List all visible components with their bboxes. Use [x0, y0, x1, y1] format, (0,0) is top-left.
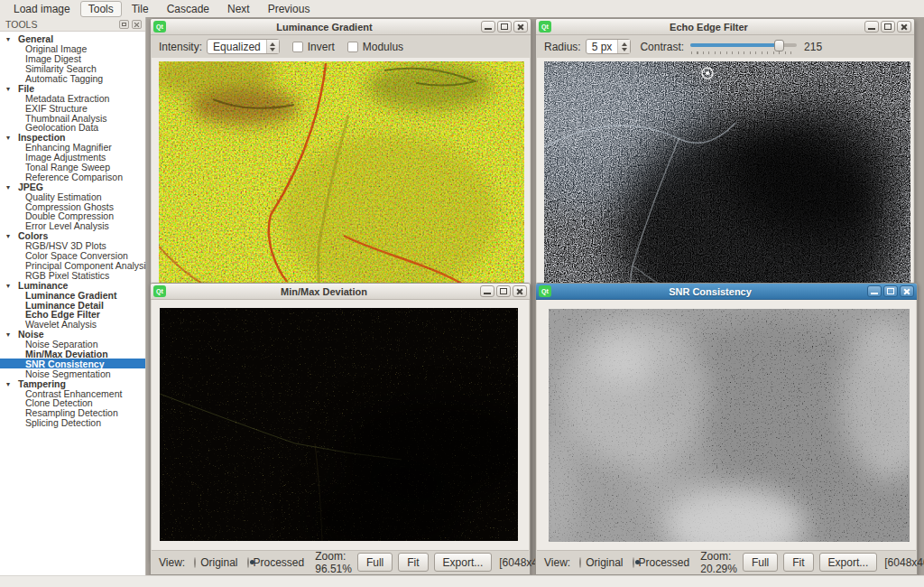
spinner-arrows-icon[interactable]: [266, 40, 279, 53]
intensity-combobox[interactable]: Equalized: [207, 39, 280, 54]
luminance-gradient-titlebar[interactable]: Qt Luminance Gradient: [151, 19, 531, 35]
menu-item[interactable]: Tools: [80, 1, 122, 17]
maximize-button[interactable]: [496, 285, 511, 297]
window-title: SNR Consistency: [555, 286, 865, 297]
view-processed-label[interactable]: Processed: [639, 556, 690, 569]
view-processed-radio[interactable]: [633, 557, 634, 568]
sidebar-tree-row[interactable]: Color Space Conversion: [0, 251, 145, 261]
sidebar-tree-row[interactable]: Metadata Extraction: [0, 93, 145, 103]
menu-item[interactable]: Load image: [5, 1, 79, 17]
invert-checkbox[interactable]: [292, 42, 303, 52]
close-button[interactable]: [900, 285, 914, 297]
spinner-arrows-icon[interactable]: [617, 40, 630, 53]
sidebar-tree-row[interactable]: Quality Estimation: [0, 191, 145, 201]
menu-item[interactable]: Cascade: [159, 1, 217, 17]
minimize-button[interactable]: [480, 285, 494, 297]
sidebar-tree-row[interactable]: Resampling Detection: [0, 408, 145, 418]
minimize-button[interactable]: [864, 21, 879, 33]
view-original-label[interactable]: Original: [586, 556, 623, 569]
sidebar-tree-row[interactable]: Luminance Detail: [0, 300, 145, 310]
zoom-fit-button[interactable]: Fit: [398, 553, 428, 572]
sidebar-tree-row[interactable]: Enhancing Magnifier: [0, 143, 145, 153]
sidebar-tree-row[interactable]: Colors: [0, 231, 145, 241]
sidebar-tree-row[interactable]: Tampering: [0, 378, 145, 388]
snr-consistency-titlebar[interactable]: Qt SNR Consistency: [536, 284, 917, 300]
export-button[interactable]: Export...: [819, 553, 878, 572]
minimize-button[interactable]: [867, 285, 882, 297]
sidebar-tree-row[interactable]: JPEG: [0, 182, 145, 191]
sidebar-tree-row[interactable]: RGB/HSV 3D Plots: [0, 241, 145, 251]
caret-icon: [6, 132, 18, 143]
echo-edge-filter-toolbar: Radius: 5 px Contrast: 215: [537, 35, 913, 58]
snr-consistency-image[interactable]: [549, 309, 910, 542]
sidebar-tree-row[interactable]: Noise Segmentation: [0, 368, 145, 378]
sidebar-tree-row[interactable]: Thumbnail Analysis: [0, 113, 145, 123]
caret-icon: [6, 182, 18, 192]
minmax-deviation-image[interactable]: [160, 308, 518, 541]
sidebar-tree-row[interactable]: RGB Pixel Statistics: [0, 270, 145, 280]
panel-float-icon[interactable]: [119, 20, 129, 29]
tools-panel-header: TOOLS: [0, 17, 145, 32]
sidebar-tree-row[interactable]: Echo Edge Filter: [0, 310, 145, 320]
panel-close-icon[interactable]: [132, 20, 142, 29]
maximize-button[interactable]: [881, 21, 895, 33]
sidebar-tree-row[interactable]: Double Compression: [0, 211, 145, 221]
sidebar-tree-row[interactable]: Compression Ghosts: [0, 201, 145, 211]
close-button[interactable]: [513, 285, 527, 297]
contrast-slider-fill: [690, 43, 780, 47]
view-original-radio[interactable]: [194, 557, 196, 568]
sidebar-tree-row[interactable]: General: [0, 34, 145, 44]
radius-spinbox[interactable]: 5 px: [586, 39, 632, 54]
sidebar-tree-row[interactable]: Contrast Enhancement: [0, 388, 145, 398]
sidebar-tree-row[interactable]: Principal Component Analysis: [0, 260, 145, 270]
zoom-fit-button[interactable]: Fit: [783, 553, 813, 572]
close-button[interactable]: [897, 21, 911, 33]
minmax-deviation-viewport: [152, 300, 529, 550]
sidebar-tree-row[interactable]: File: [0, 83, 145, 93]
echo-edge-filter-titlebar[interactable]: Qt Echo Edge Filter: [536, 19, 914, 35]
sidebar-tree-row[interactable]: Wavelet Analysis: [0, 320, 145, 330]
view-original-label[interactable]: Original: [200, 556, 237, 569]
sidebar-tree-row[interactable]: Noise: [0, 330, 145, 340]
sidebar-tree-row[interactable]: Noise Separation: [0, 340, 145, 349]
sidebar-tree-row[interactable]: Inspection: [0, 133, 145, 143]
sidebar-tree-row[interactable]: Luminance: [0, 280, 145, 290]
sidebar-tree-row[interactable]: Image Digest: [0, 54, 145, 64]
close-button[interactable]: [513, 21, 528, 33]
contrast-slider-handle[interactable]: [774, 40, 784, 51]
sidebar-tree-row[interactable]: Clone Detection: [0, 398, 145, 408]
minimize-button[interactable]: [481, 21, 495, 33]
sidebar-tree-row[interactable]: Image Adjustments: [0, 153, 145, 163]
modulus-checkbox[interactable]: [347, 42, 358, 52]
sidebar-tree-row[interactable]: Luminance Gradient: [0, 290, 145, 300]
menu-item[interactable]: Previous: [260, 1, 319, 17]
sidebar-tree-row[interactable]: Min/Max Deviation: [0, 349, 145, 359]
luminance-gradient-toolbar: Intensity: Equalized Invert Modulus: [152, 35, 530, 58]
zoom-full-button[interactable]: Full: [357, 553, 393, 572]
sidebar-tree-row[interactable]: Original Image: [0, 44, 145, 54]
sidebar-tree-row[interactable]: Tonal Range Sweep: [0, 163, 145, 172]
view-processed-label[interactable]: Processed: [254, 556, 305, 569]
sidebar-tree-row[interactable]: Geolocation Data: [0, 123, 145, 133]
caret-icon: [6, 378, 18, 389]
sidebar-tree-row[interactable]: Similarity Search: [0, 64, 145, 74]
maximize-button[interactable]: [497, 21, 512, 33]
sidebar-tree-row[interactable]: Error Level Analysis: [0, 221, 145, 231]
view-processed-radio[interactable]: [247, 557, 249, 568]
menu-item[interactable]: Tile: [124, 1, 157, 17]
sidebar-tree-row[interactable]: Automatic Tagging: [0, 74, 145, 84]
maximize-button[interactable]: [883, 285, 898, 297]
view-original-radio[interactable]: [579, 557, 581, 568]
sidebar-tree-row[interactable]: Splicing Detection: [0, 418, 145, 428]
sidebar-tree-row[interactable]: SNR Consistency: [0, 359, 145, 368]
zoom-full-button[interactable]: Full: [743, 553, 778, 572]
qt-icon: Qt: [539, 285, 551, 297]
minmax-deviation-titlebar[interactable]: Qt Min/Max Deviation: [151, 284, 530, 300]
contrast-slider[interactable]: [690, 40, 797, 54]
radius-label: Radius:: [544, 41, 581, 53]
export-button[interactable]: Export...: [434, 553, 493, 572]
sidebar-tree-row[interactable]: Reference Comparison: [0, 172, 145, 182]
menu-item[interactable]: Next: [219, 1, 258, 17]
sidebar-tree-row[interactable]: EXIF Structure: [0, 103, 145, 113]
tools-panel-title: TOOLS: [5, 19, 116, 30]
